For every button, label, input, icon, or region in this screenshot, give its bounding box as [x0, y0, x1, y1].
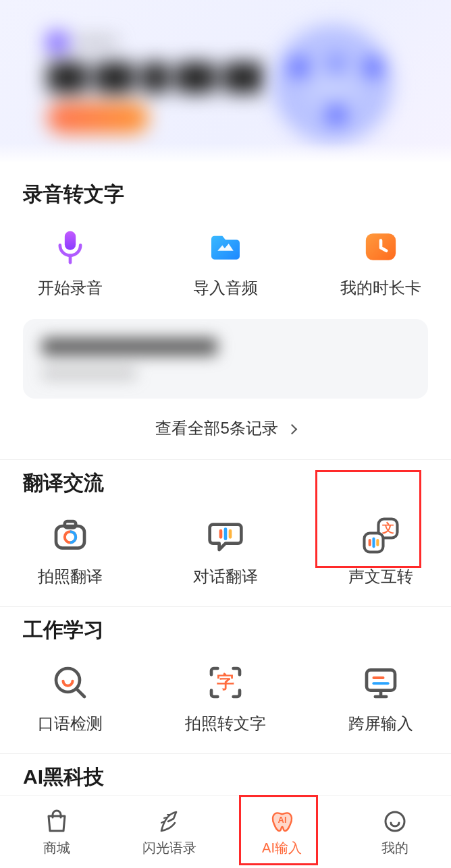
recent-record-card[interactable] [23, 319, 428, 399]
voice-text-swap-button[interactable]: 文 声文互转 [327, 515, 435, 587]
photo-translate-button[interactable]: 拍照翻译 [16, 515, 124, 587]
start-record-button[interactable]: 开始录音 [16, 226, 124, 299]
photo-translate-label: 拍照翻译 [38, 566, 103, 587]
nav-mine[interactable]: 我的 [338, 796, 451, 868]
camera-translate-icon [49, 515, 91, 556]
svg-rect-0 [65, 231, 76, 250]
nav-store-label: 商城 [43, 839, 70, 857]
feather-icon [155, 807, 184, 836]
monitor-lines-icon [360, 662, 402, 703]
ai-tooth-icon: AI [267, 807, 297, 836]
section-title-work: 工作学习 [23, 616, 428, 644]
folder-icon [205, 226, 246, 268]
svg-rect-3 [56, 526, 84, 548]
photo-to-text-label: 拍照转文字 [185, 713, 266, 734]
view-all-label: 查看全部5条记录 [155, 419, 277, 437]
my-time-card-button[interactable]: 我的时长卡 [327, 226, 435, 299]
smile-outline-icon [380, 807, 410, 836]
dialog-translate-label: 对话翻译 [193, 566, 258, 587]
record-actions-row: 开始录音 导入音频 我的时长卡 [0, 221, 451, 315]
my-time-card-label: 我的时长卡 [340, 277, 421, 299]
promo-banner[interactable] [0, 0, 451, 162]
microphone-icon [49, 226, 91, 268]
svg-rect-18 [367, 670, 395, 690]
nav-store[interactable]: 商城 [0, 796, 113, 868]
dialog-translate-button[interactable]: 对话翻译 [171, 515, 280, 587]
nav-ai-input-label: AI输入 [262, 839, 302, 857]
chat-bars-icon [205, 515, 246, 556]
svg-rect-4 [65, 521, 76, 527]
time-card-icon [360, 226, 402, 268]
chevron-right-icon [286, 424, 297, 435]
oral-check-button[interactable]: 口语检测 [16, 662, 124, 734]
translate-actions-row: 拍照翻译 对话翻译 文 [0, 509, 451, 604]
cross-screen-input-button[interactable]: 跨屏输入 [327, 662, 435, 734]
bag-icon [42, 807, 72, 836]
svg-text:AI: AI [277, 815, 286, 825]
section-title-translate: 翻译交流 [23, 469, 428, 497]
nav-mine-label: 我的 [381, 839, 408, 857]
voice-text-swap-icon: 文 [360, 515, 402, 556]
work-actions-row: 口语检测 字 拍照转文字 跨屏输入 [0, 656, 451, 751]
svg-text:文: 文 [381, 521, 394, 535]
import-audio-label: 导入音频 [193, 277, 258, 299]
bottom-nav: 商城 闪光语录 AI AI输入 我的 [0, 795, 451, 868]
svg-point-33 [386, 812, 404, 831]
view-all-records-link[interactable]: 查看全部5条记录 [0, 399, 451, 457]
cross-screen-input-label: 跨屏输入 [348, 713, 413, 734]
voice-text-swap-label: 声文互转 [348, 566, 413, 587]
section-title-record: 录音转文字 [23, 181, 428, 208]
scan-char-icon: 字 [205, 662, 246, 703]
nav-ai-input[interactable]: AI AI输入 [226, 796, 338, 868]
nav-quotes-label: 闪光语录 [142, 839, 196, 857]
import-audio-button[interactable]: 导入音频 [171, 226, 280, 299]
magnifier-smile-icon [49, 662, 91, 703]
photo-to-text-button[interactable]: 字 拍照转文字 [171, 662, 280, 734]
oral-check-label: 口语检测 [38, 713, 103, 734]
svg-text:字: 字 [217, 672, 234, 691]
svg-line-16 [76, 689, 84, 697]
start-record-label: 开始录音 [38, 277, 103, 299]
section-title-ai: AI黑科技 [23, 763, 428, 791]
nav-quotes[interactable]: 闪光语录 [113, 796, 226, 868]
